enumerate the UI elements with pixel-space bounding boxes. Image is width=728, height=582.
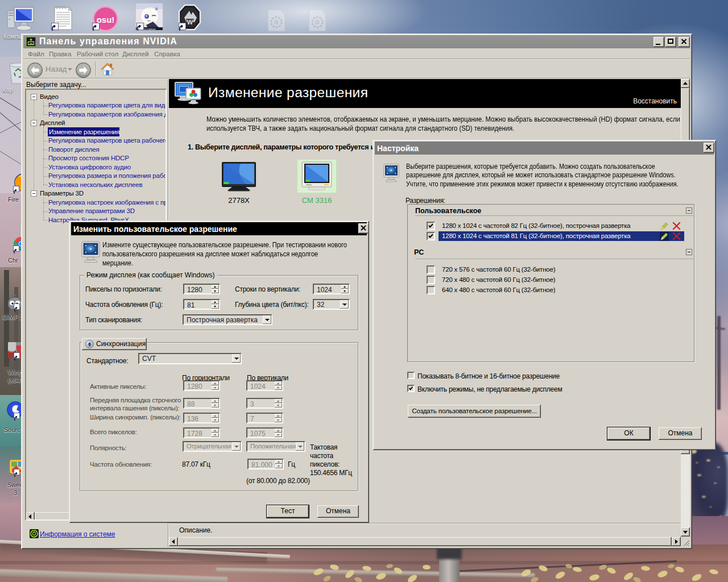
svg-text:VOVERSE: VOVERSE — [143, 28, 155, 31]
svg-text:W: W — [187, 19, 193, 26]
